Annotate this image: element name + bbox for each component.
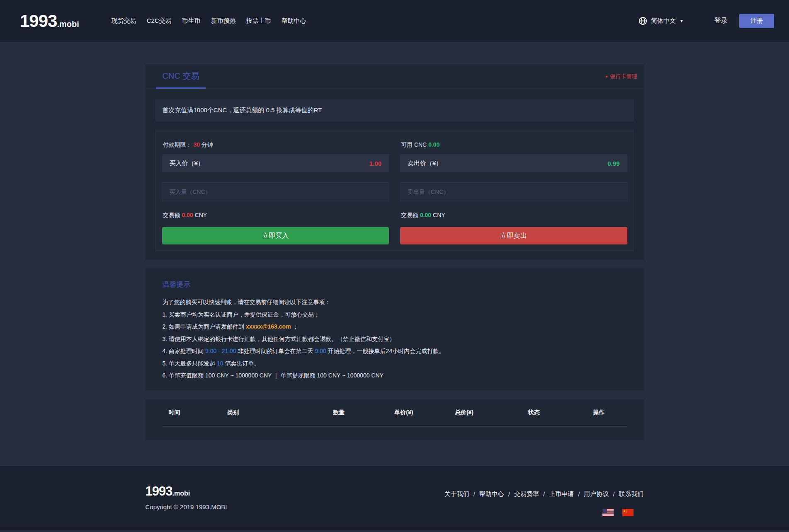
buy-price-row: 买入价（¥） 1.00: [162, 154, 389, 172]
buy-total-value: 0.00: [182, 212, 193, 218]
trade-card-header: CNC 交易 •银行卡管理: [146, 64, 644, 89]
sell-price-value: 0.99: [607, 160, 619, 167]
sell-total-label: 交易额: [401, 212, 418, 218]
tips-line-3: 3. 请使用本人绑定的银行卡进行汇款，其他任何方式汇款都会退款。（禁止微信和支付…: [163, 335, 627, 343]
us-flag-icon[interactable]: [602, 509, 614, 516]
nav-item-vote-listing[interactable]: 投票上币: [246, 17, 271, 25]
nav-item-new-coin-preheat[interactable]: 新币预热: [211, 17, 236, 25]
language-selector[interactable]: 简体中文 ▼: [638, 17, 684, 25]
register-button[interactable]: 注册: [739, 14, 774, 28]
buy-total-unit: CNY: [195, 212, 207, 218]
link-separator: /: [508, 491, 510, 498]
tips-card: 温馨提示 为了您的购买可以快速到账，请在交易前仔细阅读以下注意事项： 1. 买卖…: [146, 268, 644, 391]
brand-logo-small: .mobi: [57, 19, 79, 29]
column-amount: 数量: [301, 409, 376, 416]
orders-table-empty-body: [163, 426, 627, 440]
footer-link-about[interactable]: 关于我们: [444, 490, 469, 498]
top-navbar: 1993.mobi 现货交易 C2C交易 币生币 新币预热 投票上币 帮助中心 …: [0, 0, 789, 42]
column-unit-price: 单价(¥): [376, 409, 432, 416]
trade-panel: 付款期限： 30 分钟 买入价（¥） 1.00 交易额 0.00 CNY 立即买: [155, 130, 634, 251]
orders-card: 时间 类别 数量 单价(¥) 总价(¥) 状态 操作: [146, 399, 644, 440]
available-balance: 可用 CNC 0.00: [401, 141, 627, 149]
sell-amount-input[interactable]: [400, 182, 627, 201]
link-separator: /: [613, 491, 614, 498]
chevron-down-icon: ▼: [680, 19, 684, 23]
deadline-unit: 分钟: [201, 141, 213, 148]
brand-logo-big: 1993: [20, 12, 57, 30]
login-link[interactable]: 登录: [714, 17, 728, 25]
buy-amount-input[interactable]: [162, 182, 389, 201]
tips-intro: 为了您的购买可以快速到账，请在交易前仔细阅读以下注意事项：: [163, 298, 627, 306]
column-type: 类别: [227, 409, 301, 416]
tips-line-5: 5. 单天最多只能发起 10 笔卖出订单。: [163, 360, 627, 368]
language-label: 简体中文: [651, 17, 676, 25]
sell-price-row: 卖出价（¥） 0.99: [400, 154, 627, 172]
brand-logo[interactable]: 1993.mobi: [20, 12, 79, 30]
footer-link-listing-apply[interactable]: 上币申请: [549, 490, 574, 498]
tips-line-4: 4. 商家处理时间 9:00 - 21:00 非处理时间的订单会在第二天 9:0…: [163, 347, 627, 355]
red-bullet-icon: •: [605, 73, 607, 80]
sell-total-unit: CNY: [433, 212, 445, 218]
bank-card-manage-label: 银行卡管理: [610, 73, 637, 80]
orders-table-header: 时间 类别 数量 单价(¥) 总价(¥) 状态 操作: [163, 399, 627, 426]
trade-card: CNC 交易 •银行卡管理 首次充值满1000个CNC，返还总额的 0.5 换算…: [146, 64, 644, 260]
footer-link-user-agreement[interactable]: 用户协议: [584, 490, 609, 498]
footer-left: 1993.mobi Copyright © 2019 1993.MOBI: [146, 485, 227, 516]
daily-order-limit: 10: [217, 360, 223, 367]
sell-total-row: 交易额 0.00 CNY: [401, 212, 627, 219]
payment-deadline: 付款期限： 30 分钟: [163, 141, 389, 149]
link-separator: /: [578, 491, 580, 498]
service-hours: 9:00 - 21:00: [205, 348, 236, 354]
available-value: 0.00: [428, 141, 439, 148]
footer-link-help[interactable]: 帮助中心: [479, 490, 504, 498]
main-content: CNC 交易 •银行卡管理 首次充值满1000个CNC，返还总额的 0.5 换算…: [0, 42, 789, 440]
column-status: 状态: [497, 409, 571, 416]
column-action: 操作: [571, 409, 626, 416]
promo-notice: 首次充值满1000个CNC，返还总额的 0.5 换算成等值的RT: [155, 99, 634, 121]
tips-title: 温馨提示: [163, 281, 627, 289]
sell-now-button[interactable]: 立即卖出: [400, 227, 627, 244]
main-nav: 现货交易 C2C交易 币生币 新币预热 投票上币 帮助中心: [112, 17, 638, 25]
deadline-value: 30: [193, 141, 200, 148]
buy-total-label: 交易额: [163, 212, 180, 218]
available-label: 可用 CNC: [401, 141, 427, 148]
tips-line-2: 2. 如需申请成为商户请发邮件到 xxxxx@163.com ；: [163, 323, 627, 331]
footer-link-fees[interactable]: 交易费率: [514, 490, 539, 498]
buy-price-label: 买入价（¥）: [170, 160, 204, 167]
footer-brand-logo[interactable]: 1993.mobi: [146, 485, 227, 498]
next-day-start-time: 9:00: [315, 348, 326, 354]
footer-link-contact[interactable]: 联系我们: [619, 490, 644, 498]
navbar-right: 简体中文 ▼ 登录 注册: [638, 14, 774, 28]
footer-right: 关于我们/ 帮助中心/ 交易费率/ 上币申请/ 用户协议/ 联系我们: [444, 485, 644, 516]
copyright-text: Copyright © 2019 1993.MOBI: [146, 503, 227, 510]
footer-links: 关于我们/ 帮助中心/ 交易费率/ 上币申请/ 用户协议/ 联系我们: [444, 490, 644, 498]
tips-line-6: 6. 单笔充值限额 100 CNY ~ 1000000 CNY ｜ 单笔提现限额…: [163, 372, 627, 380]
tips-line-1: 1. 买卖商户均为实名认证商户，并提供保证金，可放心交易；: [163, 311, 627, 319]
nav-item-help-center[interactable]: 帮助中心: [282, 17, 306, 25]
sell-price-label: 卖出价（¥）: [408, 160, 442, 167]
tab-cnc-trade[interactable]: CNC 交易: [156, 64, 206, 89]
footer-bottom-strip: [0, 527, 789, 530]
merchant-email: xxxxx@163.com: [246, 323, 291, 330]
column-time: 时间: [163, 409, 228, 416]
buy-column: 付款期限： 30 分钟 买入价（¥） 1.00 交易额 0.00 CNY 立即买: [162, 141, 389, 244]
language-flags: [444, 509, 644, 516]
nav-item-c2c-trade[interactable]: C2C交易: [147, 17, 172, 25]
footer: 1993.mobi Copyright © 2019 1993.MOBI 关于我…: [0, 466, 789, 530]
buy-now-button[interactable]: 立即买入: [162, 227, 389, 244]
link-separator: /: [473, 491, 475, 498]
buy-price-value: 1.00: [369, 160, 381, 167]
sell-column: 可用 CNC 0.00 卖出价（¥） 0.99 交易额 0.00 CNY 立即卖…: [400, 141, 627, 244]
sell-total-value: 0.00: [420, 212, 431, 218]
link-separator: /: [543, 491, 545, 498]
globe-icon: [638, 17, 647, 25]
nav-item-coin-earn[interactable]: 币生币: [182, 17, 201, 25]
buy-total-row: 交易额 0.00 CNY: [163, 212, 389, 219]
bank-card-manage-link[interactable]: •银行卡管理: [605, 64, 637, 89]
column-total-price: 总价(¥): [432, 409, 497, 416]
nav-item-spot-trade[interactable]: 现货交易: [112, 17, 136, 25]
deadline-label: 付款期限：: [163, 141, 192, 148]
cn-flag-icon[interactable]: [622, 509, 634, 516]
